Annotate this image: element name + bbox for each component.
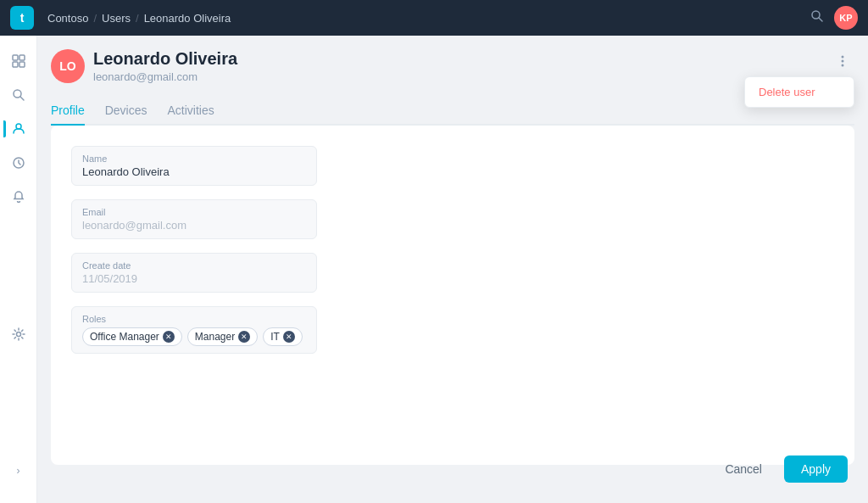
remove-office-manager-button[interactable]: ✕ — [163, 331, 175, 343]
svg-point-13 — [842, 64, 844, 67]
header-actions: Delete user — [831, 49, 854, 73]
svg-line-1 — [819, 18, 822, 21]
sidebar-item-clock[interactable] — [3, 148, 34, 178]
role-tag-it: IT ✕ — [263, 327, 303, 346]
roles-field: Roles Office Manager ✕ Manager ✕ IT ✕ — [71, 306, 834, 354]
sidebar-item-search[interactable] — [3, 80, 34, 110]
tab-devices[interactable]: Devices — [105, 97, 147, 126]
roles-tags: Office Manager ✕ Manager ✕ IT ✕ — [82, 327, 306, 346]
role-tag-office-manager: Office Manager ✕ — [82, 327, 182, 346]
user-header: LO Leonardo Oliveira leonardo@gmail.com … — [51, 49, 854, 83]
app-logo: t — [10, 6, 34, 30]
create-date-value: 11/05/2019 — [82, 272, 306, 285]
delete-user-button[interactable]: Delete user — [745, 77, 854, 107]
remove-manager-button[interactable]: ✕ — [238, 331, 250, 343]
create-date-field-inner[interactable]: Create date 11/05/2019 — [71, 253, 317, 293]
role-tag-manager: Manager ✕ — [187, 327, 258, 346]
user-email: leonardo@gmail.com — [93, 70, 237, 83]
profile-card: Name Leonardo Oliveira Email leonardo@gm… — [51, 126, 854, 465]
profile-tabs: Profile Devices Activities — [51, 97, 854, 126]
svg-rect-4 — [13, 62, 18, 67]
search-icon[interactable] — [810, 9, 824, 26]
more-options-button[interactable] — [831, 49, 854, 73]
name-field: Name Leonardo Oliveira — [71, 146, 834, 186]
sidebar-item-bell[interactable] — [3, 182, 34, 212]
email-value: leonardo@gmail.com — [82, 219, 306, 232]
user-avatar: LO — [51, 49, 85, 83]
breadcrumb: Contoso / Users / Leonardo Oliveira — [47, 12, 231, 25]
remove-it-button[interactable]: ✕ — [283, 331, 295, 343]
svg-point-10 — [16, 332, 20, 336]
roles-label: Roles — [82, 314, 306, 324]
roles-field-inner: Roles Office Manager ✕ Manager ✕ IT ✕ — [71, 306, 317, 354]
svg-rect-5 — [19, 62, 25, 67]
name-label: Name — [82, 154, 306, 164]
create-date-label: Create date — [82, 260, 306, 271]
top-navigation: t Contoso / Users / Leonardo Oliveira KP — [0, 0, 868, 36]
svg-point-8 — [16, 124, 21, 129]
svg-line-7 — [20, 97, 24, 100]
avatar: KP — [834, 6, 858, 30]
content-area: LO Leonardo Oliveira leonardo@gmail.com … — [37, 36, 868, 503]
main-layout: › LO Leonardo Oliveira leonardo@gmail.co… — [0, 36, 868, 503]
more-options-dropdown: Delete user — [744, 76, 854, 108]
name-field-inner[interactable]: Name Leonardo Oliveira — [71, 146, 317, 186]
name-value: Leonardo Oliveira — [82, 165, 306, 178]
tab-activities[interactable]: Activities — [167, 97, 214, 126]
svg-rect-3 — [19, 55, 25, 60]
apply-button[interactable]: Apply — [784, 455, 848, 483]
topnav-actions: KP — [810, 6, 858, 30]
cancel-button[interactable]: Cancel — [711, 455, 776, 483]
sidebar-expand-button[interactable]: › — [3, 455, 34, 486]
tab-profile[interactable]: Profile — [51, 97, 85, 126]
email-label: Email — [82, 207, 306, 217]
user-info: Leonardo Oliveira leonardo@gmail.com — [93, 49, 237, 83]
sidebar: › — [0, 36, 37, 503]
email-field-inner[interactable]: Email leonardo@gmail.com — [71, 199, 317, 239]
svg-rect-2 — [13, 55, 18, 60]
user-name: Leonardo Oliveira — [93, 49, 237, 69]
form-footer: Cancel Apply — [711, 455, 848, 483]
svg-point-11 — [842, 56, 844, 59]
email-field: Email leonardo@gmail.com — [71, 199, 834, 239]
sidebar-item-users[interactable] — [3, 114, 34, 144]
sidebar-item-dashboard[interactable] — [3, 46, 34, 76]
create-date-field: Create date 11/05/2019 — [71, 253, 834, 293]
sidebar-item-settings[interactable] — [3, 319, 34, 349]
svg-point-12 — [842, 60, 844, 63]
